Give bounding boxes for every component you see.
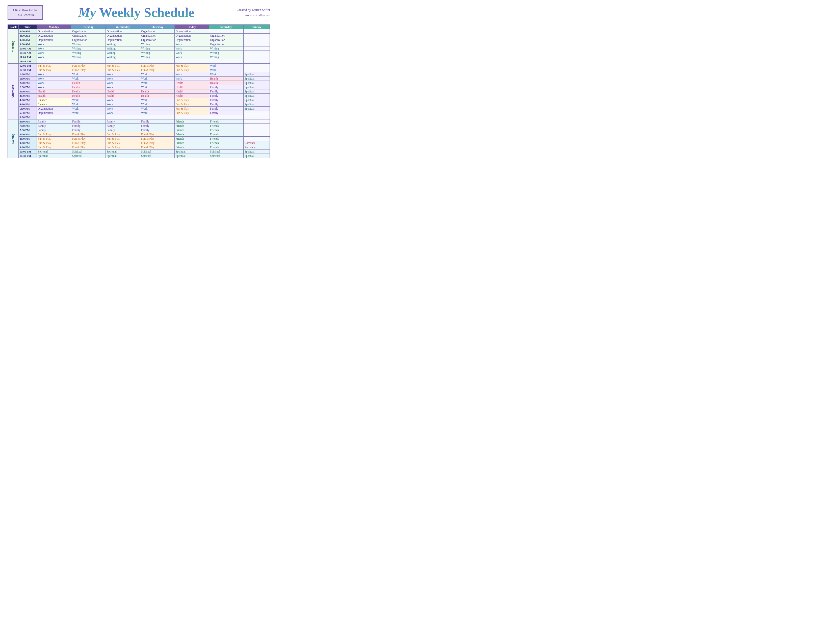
activity-cell: Work bbox=[174, 42, 209, 47]
activity-cell: Romance bbox=[243, 141, 270, 145]
activity-cell: Writing bbox=[209, 51, 244, 55]
activity-cell: Organization bbox=[174, 38, 209, 42]
click-box-line2: This Schedule bbox=[16, 13, 35, 17]
activity-cell: Fun & Play bbox=[106, 141, 140, 145]
activity-cell bbox=[174, 115, 209, 119]
activity-cell bbox=[243, 60, 270, 64]
activity-cell: Family bbox=[209, 98, 244, 102]
time-cell: 8:30 PM bbox=[18, 137, 37, 141]
col-thursday: Thursday bbox=[140, 25, 175, 29]
activity-cell: Friends bbox=[209, 141, 244, 145]
activity-cell: Work bbox=[37, 85, 71, 89]
activity-cell: Organization bbox=[71, 29, 106, 34]
activity-cell: Writing bbox=[106, 55, 140, 60]
time-cell: 3:30 PM bbox=[18, 94, 37, 98]
activity-cell: Friends bbox=[209, 137, 244, 141]
time-cell: 1:30 PM bbox=[18, 77, 37, 81]
activity-cell: Work bbox=[106, 85, 140, 89]
activity-cell bbox=[106, 115, 140, 119]
activity-cell: Fun & Play bbox=[140, 141, 175, 145]
time-cell: 9:30 AM bbox=[18, 42, 37, 47]
activity-cell: Writing bbox=[140, 51, 175, 55]
activity-cell: Finance bbox=[37, 102, 71, 106]
activity-cell: Organization bbox=[174, 29, 209, 34]
activity-cell: Writing bbox=[71, 42, 106, 47]
activity-cell: Spiritual bbox=[243, 89, 270, 94]
activity-cell: Work bbox=[140, 111, 175, 115]
activity-cell bbox=[243, 111, 270, 115]
click-box-line1: Click: How to Use bbox=[13, 8, 37, 12]
time-cell: 9:30 PM bbox=[18, 145, 37, 150]
activity-cell: Health bbox=[71, 94, 106, 98]
page-header: Click: How to Use This Schedule My Weekl… bbox=[8, 5, 270, 20]
activity-cell: Fun & Play bbox=[37, 64, 71, 68]
table-row: Afternoon12:00 PMFun & PlayFun & PlayFun… bbox=[8, 64, 270, 68]
activity-cell: Work bbox=[140, 102, 175, 106]
title-schedule: Schedule bbox=[144, 5, 194, 20]
activity-cell: Fun & Play bbox=[37, 145, 71, 150]
activity-cell bbox=[243, 128, 270, 132]
activity-cell: Fun & Play bbox=[37, 141, 71, 145]
activity-cell: Work bbox=[174, 55, 209, 60]
time-cell: 4:00 PM bbox=[18, 98, 37, 102]
table-row: 9:00 PMFun & PlayFun & PlayFun & PlayFun… bbox=[8, 141, 270, 145]
activity-cell: Work bbox=[106, 106, 140, 111]
activity-cell: Friends bbox=[209, 119, 244, 124]
table-row: 11:30 AM bbox=[8, 60, 270, 64]
activity-cell: Health bbox=[37, 89, 71, 94]
activity-cell bbox=[243, 34, 270, 38]
activity-cell: Health bbox=[140, 89, 175, 94]
activity-cell: Organization bbox=[106, 34, 140, 38]
activity-cell bbox=[37, 60, 71, 64]
activity-cell: Organization bbox=[37, 111, 71, 115]
activity-cell: Work bbox=[174, 72, 209, 77]
activity-cell: Work bbox=[209, 64, 244, 68]
activity-cell: Fun & Play bbox=[106, 68, 140, 72]
table-row: 8:30 AMOrganizationOrganizationOrganizat… bbox=[8, 34, 270, 38]
table-row: 7:00 PMFamilyFamilyFamilyFamilyFriendsFr… bbox=[8, 124, 270, 128]
activity-cell: Fun & Play bbox=[71, 145, 106, 150]
activity-cell: Writing bbox=[140, 42, 175, 47]
table-row: 10:30 AMWorkWritingWritingWritingWorkWri… bbox=[8, 51, 270, 55]
activity-cell: Spiritual bbox=[140, 150, 175, 154]
activity-cell: Family bbox=[106, 128, 140, 132]
table-row: 12:30 PMFun & PlayFun & PlayFun & PlayFu… bbox=[8, 68, 270, 72]
how-to-use-button[interactable]: Click: How to Use This Schedule bbox=[8, 5, 43, 19]
time-cell: 2:00 PM bbox=[18, 81, 37, 85]
activity-cell: Spiritual bbox=[140, 154, 175, 158]
time-cell: 11:30 AM bbox=[18, 60, 37, 64]
activity-cell: Finance bbox=[37, 98, 71, 102]
activity-cell: Fun & Play bbox=[174, 68, 209, 72]
col-time: Time bbox=[18, 25, 37, 29]
col-friday: Friday bbox=[174, 25, 209, 29]
time-cell: 4:30 PM bbox=[18, 102, 37, 106]
activity-cell: Health bbox=[209, 81, 244, 85]
time-cell: 1:00 PM bbox=[18, 72, 37, 77]
activity-cell: Fun & Play bbox=[140, 132, 175, 137]
activity-cell: Work bbox=[37, 72, 71, 77]
activity-cell: Work bbox=[140, 81, 175, 85]
activity-cell: Friends bbox=[209, 132, 244, 137]
table-row: 9:30 AMWorkWritingWritingWritingWorkOrga… bbox=[8, 42, 270, 47]
activity-cell bbox=[140, 115, 175, 119]
activity-cell: Friends bbox=[174, 132, 209, 137]
activity-cell bbox=[243, 115, 270, 119]
activity-cell: Fun & Play bbox=[71, 132, 106, 137]
table-row: 7:30 PMFamilyFamilyFamilyFamilyFriendsFr… bbox=[8, 128, 270, 132]
activity-cell: Fun & Play bbox=[140, 64, 175, 68]
activity-cell: Friends bbox=[209, 124, 244, 128]
title-my: My bbox=[78, 5, 99, 20]
activity-cell: Fun & Play bbox=[71, 64, 106, 68]
activity-cell: Work bbox=[174, 77, 209, 81]
activity-cell: Family bbox=[140, 119, 175, 124]
activity-cell: Family bbox=[106, 124, 140, 128]
activity-cell: Work bbox=[140, 98, 175, 102]
activity-cell bbox=[209, 115, 244, 119]
time-cell: 6:00 PM bbox=[18, 115, 37, 119]
activity-cell: Organization bbox=[140, 29, 175, 34]
time-cell: 5:30 PM bbox=[18, 111, 37, 115]
table-row: 3:00 PMHealthHealthHealthHealthHealthFam… bbox=[8, 89, 270, 94]
activity-cell: Spiritual bbox=[71, 154, 106, 158]
activity-cell: Friends bbox=[174, 141, 209, 145]
time-cell: 6:30 PM bbox=[18, 119, 37, 124]
